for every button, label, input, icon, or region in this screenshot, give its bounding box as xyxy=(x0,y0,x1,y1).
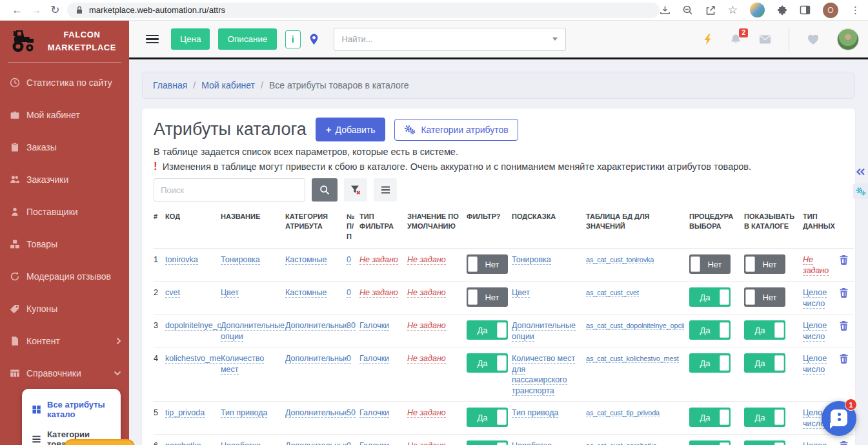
category-link[interactable]: Дополнительные xyxy=(285,441,347,445)
breadcrumb-home[interactable]: Главная xyxy=(153,80,187,90)
toggle-switch[interactable]: Да xyxy=(689,353,731,373)
toggle-switch[interactable]: Нет xyxy=(744,287,785,307)
yellow-notice-partial[interactable] xyxy=(64,439,135,445)
hint-link[interactable]: Количество мест для пассажирского трансп… xyxy=(512,354,575,396)
toggle-switch[interactable]: Да xyxy=(689,320,731,340)
db-table-link[interactable]: as_cat_cust_cvet xyxy=(586,289,639,297)
editable-value[interactable]: Не задано xyxy=(407,288,446,298)
share-icon[interactable] xyxy=(705,5,716,16)
toggle-switch[interactable]: Нет xyxy=(744,254,785,274)
description-button[interactable]: Описание xyxy=(218,28,276,50)
download-icon[interactable] xyxy=(660,5,671,16)
db-table-link[interactable]: as_cat_cust_kolichestvo_mest xyxy=(586,355,679,363)
toggle-switch[interactable]: Да xyxy=(467,320,508,340)
hint-link[interactable]: Дополнительные опции xyxy=(512,321,576,342)
submenu-item[interactable]: Все атрибуты катало xyxy=(22,395,121,424)
zoom-out-icon[interactable] xyxy=(683,5,693,16)
toggle-switch[interactable]: Да xyxy=(467,440,508,445)
side-panel-icon[interactable] xyxy=(800,5,811,15)
category-link[interactable]: Кастомные xyxy=(285,288,327,298)
toggle-switch[interactable]: Да xyxy=(689,408,731,427)
editable-value[interactable]: Не задано xyxy=(359,288,398,298)
delete-button[interactable] xyxy=(838,440,849,445)
toggle-switch[interactable]: Да xyxy=(744,408,785,427)
db-table-link[interactable]: as_cat_cust_tonirovka xyxy=(586,256,654,264)
db-table-link[interactable]: as_cat_cust_dopolnitelnye_opcii xyxy=(586,322,684,330)
notifications-bell-icon[interactable]: 2 xyxy=(730,34,742,45)
code-link[interactable]: tonirovka xyxy=(165,255,198,265)
editable-value[interactable]: Не задано xyxy=(407,321,446,331)
sidebar-item-table[interactable]: Справочники xyxy=(0,357,129,389)
name-link[interactable]: Тонировка xyxy=(221,255,260,265)
order-link[interactable]: 0 xyxy=(347,441,351,445)
editable-value[interactable]: Галочки xyxy=(359,321,389,331)
browser-reload-icon[interactable]: ↻ xyxy=(46,5,65,16)
editable-value[interactable]: Не задано xyxy=(407,441,446,445)
toggle-switch[interactable]: Да xyxy=(467,408,508,427)
browser-profile-avatar[interactable]: O xyxy=(823,3,838,18)
code-link[interactable]: tip_privoda xyxy=(165,408,205,418)
table-search-button[interactable] xyxy=(312,178,338,202)
menu-toggle-icon[interactable] xyxy=(146,35,159,44)
attribute-categories-button[interactable]: Категории атрибутов xyxy=(394,119,518,141)
lightning-icon[interactable] xyxy=(703,34,712,45)
editable-value[interactable]: Не задано xyxy=(803,255,829,276)
editable-value[interactable]: Целое число xyxy=(803,441,827,445)
order-link[interactable]: 0 xyxy=(347,354,351,364)
bookmark-star-icon[interactable]: ☆ xyxy=(728,3,738,17)
category-link[interactable]: Дополнительные xyxy=(285,408,347,418)
editable-value[interactable]: Не задано xyxy=(359,255,398,265)
editable-value[interactable]: Целое число xyxy=(803,321,827,342)
code-link[interactable]: dopolnitelnye_opcii xyxy=(165,321,221,331)
name-link[interactable]: Цвет xyxy=(221,288,239,298)
sidebar-item-briefcase[interactable]: Мой кабинет xyxy=(0,99,129,131)
db-table-link[interactable]: as_cat_cust_narabotka xyxy=(586,442,657,445)
delete-button[interactable] xyxy=(838,254,849,265)
sidebar-item-tag[interactable]: Купоны xyxy=(0,293,129,325)
favorites-heart-icon[interactable] xyxy=(807,34,820,45)
category-link[interactable]: Дополнительные xyxy=(285,354,347,364)
name-link[interactable]: Количество мест xyxy=(221,354,264,375)
toggle-switch[interactable]: Да xyxy=(744,353,785,373)
extensions-puzzle-icon[interactable] xyxy=(777,5,787,16)
global-search-select[interactable]: Найти... xyxy=(334,28,566,51)
code-link[interactable]: narabotka xyxy=(165,441,201,445)
sidebar-item-recycle[interactable]: Модерация отзывов xyxy=(0,260,129,293)
collapse-panel-icon[interactable] xyxy=(856,168,865,176)
delete-button[interactable] xyxy=(838,353,849,364)
browser-menu-icon[interactable]: ⋮ xyxy=(851,5,860,16)
toggle-switch[interactable]: Да xyxy=(744,320,785,340)
hint-link[interactable]: Тонировка xyxy=(512,255,551,265)
editable-value[interactable]: Целое число xyxy=(803,288,827,309)
logo[interactable]: FALCON MARKETPLACE xyxy=(8,21,121,63)
toggle-switch[interactable]: Нет xyxy=(467,287,508,307)
browser-back-icon[interactable]: ← xyxy=(8,5,26,16)
sidebar-item-supplier[interactable]: Поставщики xyxy=(0,196,129,228)
delete-button[interactable] xyxy=(838,287,849,298)
sidebar-item-boxes[interactable]: Товары xyxy=(0,228,129,260)
toggle-switch[interactable]: Да xyxy=(744,440,785,445)
address-bar[interactable]: marketplace.web-automation.ru/attrs xyxy=(67,3,660,18)
toggle-switch[interactable]: Нет xyxy=(689,254,731,274)
editable-value[interactable]: Галочки xyxy=(359,354,389,364)
sidebar-item-clock[interactable]: Статистика по сайту xyxy=(0,67,129,99)
sidebar-item-document[interactable]: Контент xyxy=(0,325,129,357)
order-link[interactable]: 50 xyxy=(347,408,356,418)
order-link[interactable]: 80 xyxy=(347,321,356,331)
code-link[interactable]: kolichestvo_mest xyxy=(165,354,221,364)
delete-button[interactable] xyxy=(838,320,849,331)
editable-value[interactable]: Не задано xyxy=(407,408,446,418)
hint-link[interactable]: Наработка бетонотехники xyxy=(512,441,567,445)
breadcrumb-cabinet[interactable]: Мой кабинет xyxy=(201,80,255,90)
map-pin-icon[interactable] xyxy=(309,34,319,45)
extension-avatar-icon[interactable] xyxy=(750,3,765,17)
name-link[interactable]: Дополнительные опции xyxy=(221,321,285,342)
hint-link[interactable]: Цвет xyxy=(512,288,530,298)
category-link[interactable]: Кастомные xyxy=(285,255,327,265)
sidebar-item-users[interactable]: Заказчики xyxy=(0,163,129,196)
hint-link[interactable]: Тип привода xyxy=(512,408,558,418)
sidebar-item-clipboard[interactable]: Заказы xyxy=(0,131,129,163)
editable-value[interactable]: Не задано xyxy=(407,354,446,364)
chat-widget-button[interactable]: 1 xyxy=(822,401,856,436)
table-search-input[interactable] xyxy=(154,178,305,202)
